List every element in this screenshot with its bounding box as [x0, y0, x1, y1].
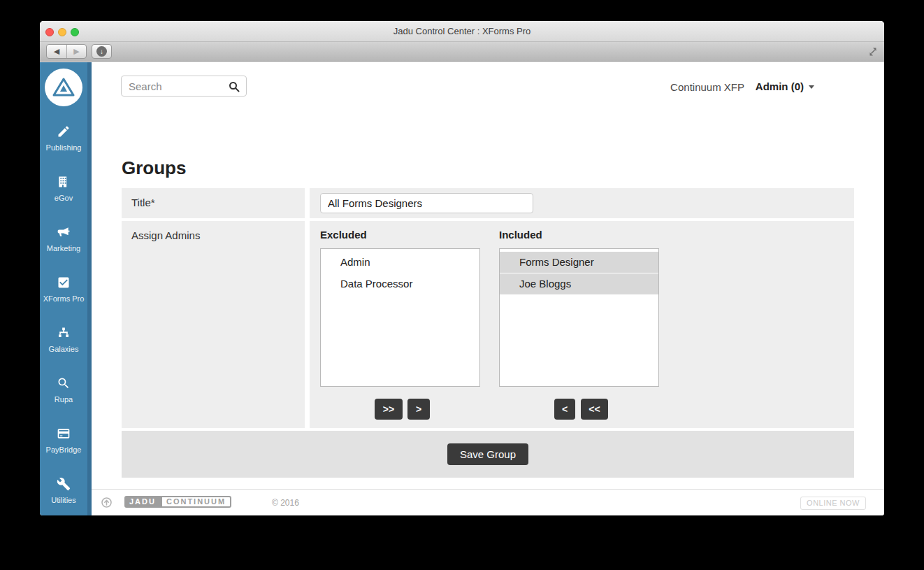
excluded-listbox[interactable]: Admin Data Processor: [320, 248, 480, 387]
move-right-button[interactable]: >: [407, 399, 430, 420]
brand-continuum: CONTINUUM: [161, 496, 231, 508]
window-titlebar[interactable]: Jadu Control Center : XForms Pro: [40, 21, 884, 42]
sidebar-item-paybridge[interactable]: PayBridge: [40, 426, 87, 476]
sidebar-item-utilities[interactable]: Utilities: [40, 476, 87, 515]
move-left-button[interactable]: <: [554, 399, 575, 420]
desktop-background: Jadu Control Center : XForms Pro ◀ ▶ ↓: [0, 0, 924, 570]
jadu-logo[interactable]: [45, 69, 82, 106]
footer: JADU CONTINUUM © 2016 ONLINE NOW: [92, 489, 884, 515]
title-field-label: Title*: [122, 188, 305, 218]
download-icon: ↓: [96, 46, 107, 57]
sidebar-item-marketing[interactable]: Marketing: [40, 225, 87, 275]
resize-icon[interactable]: [867, 46, 879, 57]
browser-toolbar: ◀ ▶ ↓: [40, 42, 884, 62]
sidebar-item-xforms-pro[interactable]: XForms Pro: [40, 275, 87, 325]
page-title: Groups: [122, 157, 186, 179]
jadu-continuum-logo: JADU CONTINUUM: [124, 496, 231, 508]
list-option[interactable]: Joe Bloggs: [500, 273, 658, 294]
magnifier-icon: [57, 376, 71, 391]
app-window: Jadu Control Center : XForms Pro ◀ ▶ ↓: [40, 21, 884, 515]
sidebar-item-label: Utilities: [51, 496, 75, 504]
sidebar-item-label: Rupa: [55, 395, 73, 404]
megaphone-icon: [57, 225, 71, 240]
sidebar-item-egov[interactable]: eGov: [40, 174, 87, 225]
list-option[interactable]: Forms Designer: [500, 252, 658, 273]
sidebar-item-label: Publishing: [46, 143, 82, 152]
group-title-input[interactable]: [320, 193, 533, 213]
save-row: Save Group: [122, 431, 854, 478]
checkbox-icon: [57, 275, 71, 290]
main-content: Continuum XFP Admin (0) Groups Title* As…: [92, 62, 884, 515]
assign-admins-cell: Excluded Included Admin Data Processor F…: [310, 221, 854, 428]
building-icon: [57, 174, 71, 190]
sidebar-item-label: XForms Pro: [43, 294, 85, 303]
sidebar-item-label: Galaxies: [49, 345, 79, 353]
search-box: [121, 76, 247, 97]
sidebar-item-label: eGov: [55, 194, 73, 202]
credit-card-icon: [57, 426, 71, 441]
online-now-badge: ONLINE NOW: [800, 497, 866, 510]
save-group-button[interactable]: Save Group: [447, 443, 528, 465]
wrench-icon: [57, 476, 71, 492]
copyright-text: © 2016: [272, 498, 299, 508]
search-input[interactable]: [122, 76, 219, 96]
assign-admins-label: Assign Admins: [122, 221, 305, 428]
sitemap-icon: [57, 325, 71, 341]
excluded-heading: Excluded: [320, 229, 367, 241]
scroll-top-icon[interactable]: [101, 497, 112, 508]
search-icon[interactable]: [229, 81, 240, 92]
sidebar-item-publishing[interactable]: Publishing: [40, 124, 87, 174]
window-title: Jadu Control Center : XForms Pro: [40, 26, 884, 36]
move-all-left-button[interactable]: <<: [581, 399, 608, 420]
sidebar-item-galaxies[interactable]: Galaxies: [40, 325, 87, 376]
move-all-right-button[interactable]: >>: [375, 399, 403, 420]
sidebar-item-rupa[interactable]: Rupa: [40, 376, 87, 426]
included-heading: Included: [499, 229, 542, 241]
pencil-icon: [57, 124, 71, 139]
product-name: Continuum XFP: [670, 81, 744, 93]
sidebar-item-label: PayBridge: [46, 446, 82, 454]
title-field-cell: [310, 188, 854, 218]
chevron-down-icon: [809, 85, 814, 89]
list-option[interactable]: Admin: [321, 252, 479, 273]
brand-jadu: JADU: [124, 496, 161, 508]
sidebar-item-label: Marketing: [47, 244, 80, 252]
user-menu-label: Admin (0): [756, 80, 804, 92]
sidebar: Publishing eGov Marketing XForms Pro Gal…: [40, 62, 92, 515]
included-listbox[interactable]: Forms Designer Joe Bloggs: [499, 248, 659, 387]
list-option[interactable]: Data Processor: [321, 273, 479, 294]
user-menu-dropdown[interactable]: Admin (0): [756, 80, 814, 92]
forward-button[interactable]: ▶: [66, 45, 86, 58]
jadu-triangle-icon: [52, 78, 75, 97]
download-button[interactable]: ↓: [92, 44, 112, 59]
back-button[interactable]: ◀: [47, 45, 66, 58]
nav-button-group: ◀ ▶: [46, 44, 87, 59]
